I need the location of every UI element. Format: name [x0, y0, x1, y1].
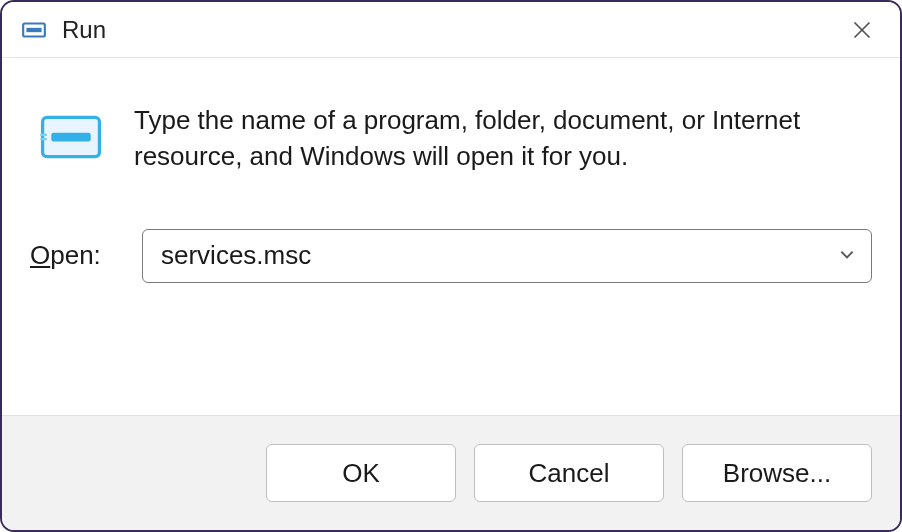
ok-button[interactable]: OK	[266, 444, 456, 502]
run-icon-large	[36, 102, 106, 172]
svg-rect-1	[26, 27, 41, 31]
open-input[interactable]	[142, 229, 872, 283]
run-dialog: Run Type the name of a program, folder, …	[0, 0, 902, 532]
open-combobox[interactable]	[142, 229, 872, 283]
run-icon	[20, 16, 48, 44]
open-row: Open:	[30, 229, 872, 283]
browse-button[interactable]: Browse...	[682, 444, 872, 502]
cancel-button[interactable]: Cancel	[474, 444, 664, 502]
svg-rect-5	[51, 133, 90, 142]
open-label: Open:	[30, 240, 124, 271]
window-title: Run	[62, 16, 834, 44]
titlebar: Run	[2, 2, 900, 58]
description-text: Type the name of a program, folder, docu…	[134, 100, 872, 175]
close-button[interactable]	[834, 10, 890, 50]
close-icon	[852, 20, 872, 40]
dialog-footer: OK Cancel Browse...	[2, 415, 900, 530]
dialog-content: Type the name of a program, folder, docu…	[2, 58, 900, 415]
info-row: Type the name of a program, folder, docu…	[30, 100, 872, 175]
